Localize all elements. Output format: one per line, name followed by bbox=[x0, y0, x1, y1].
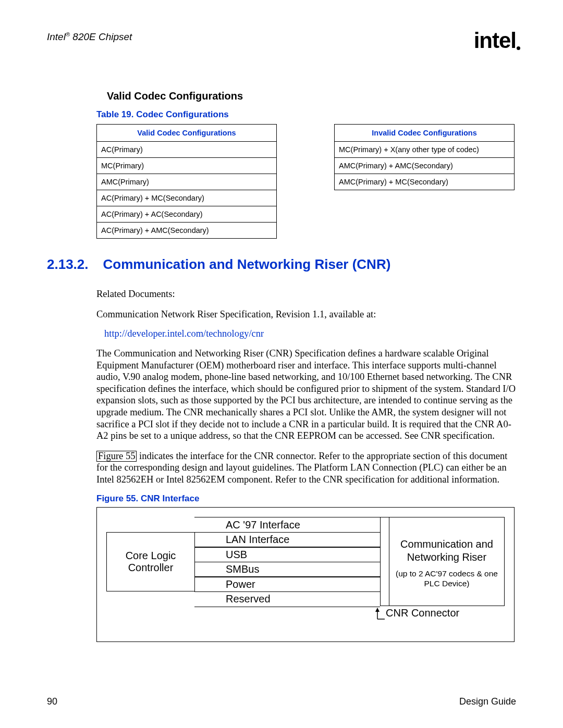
bus-row: USB bbox=[194, 547, 380, 562]
cnr-riser-subtitle: (up to 2 AC'97 codecs & one PLC Device) bbox=[395, 569, 499, 588]
table-row: AC(Primary) + AMC(Secondary) bbox=[97, 223, 277, 239]
spec-line: Communication Network Riser Specificatio… bbox=[96, 309, 516, 320]
section-title: Communication and Networking Riser (CNR) bbox=[103, 256, 391, 273]
related-documents-label: Related Documents: bbox=[96, 288, 516, 300]
section-number: 2.13.2. bbox=[47, 256, 89, 273]
svg-marker-1 bbox=[375, 608, 380, 612]
cnr-connector-pointer: CNR Connector bbox=[374, 607, 459, 620]
invalid-codec-table: Invalid Codec Configurations MC(Primary)… bbox=[334, 124, 515, 190]
registered-mark: ® bbox=[66, 31, 70, 38]
cnr-connector-label-row: CNR Connector bbox=[106, 608, 505, 629]
page-footer: 90 Design Guide bbox=[47, 696, 516, 707]
cnr-connector-label: CNR Connector bbox=[386, 607, 459, 619]
cnr-interface-figure: Core Logic Controller AC '97 Interface L… bbox=[96, 507, 515, 642]
bus-row: SMBus bbox=[194, 562, 380, 577]
valid-codec-table: Valid Codec Configurations AC(Primary) M… bbox=[96, 124, 277, 239]
core-logic-controller-box: Core Logic Controller bbox=[106, 532, 195, 591]
cnr-description-paragraph: The Communication and Networking Riser (… bbox=[96, 348, 516, 442]
section-heading: 2.13.2. Communication and Networking Ris… bbox=[47, 256, 516, 273]
arrow-up-icon bbox=[374, 608, 386, 620]
bus-row: Reserved bbox=[194, 591, 380, 607]
table-caption: Table 19. Codec Configurations bbox=[96, 109, 516, 120]
bus-row: Power bbox=[194, 576, 380, 592]
table-row: AMC(Primary) bbox=[97, 174, 277, 190]
para2-rest: indicates the interface for the CNR conn… bbox=[96, 451, 507, 485]
table-row: AMC(Primary) + MC(Secondary) bbox=[335, 174, 515, 190]
table-row: AMC(Primary) + AMC(Secondary) bbox=[335, 158, 515, 174]
table-row: MC(Primary) + X(any other type of codec) bbox=[335, 142, 515, 158]
cnr-connector-block bbox=[380, 517, 389, 606]
cnr-diagram: Core Logic Controller AC '97 Interface L… bbox=[106, 517, 505, 606]
cnr-riser-box: Communication and Networking Riser (up t… bbox=[389, 517, 505, 606]
chipset-title: Intel® 820E Chipset bbox=[47, 31, 132, 43]
page-header: Intel® 820E Chipset intel bbox=[47, 31, 516, 56]
invalid-codec-header: Invalid Codec Configurations bbox=[335, 125, 515, 142]
subsection-heading: Valid Codec Configurations bbox=[107, 90, 516, 102]
page-number: 90 bbox=[47, 696, 57, 707]
table-row: MC(Primary) bbox=[97, 158, 277, 174]
valid-codec-header: Valid Codec Configurations bbox=[97, 125, 277, 142]
figure-cross-reference[interactable]: Figure 55 bbox=[96, 451, 137, 462]
table-row: AC(Primary) bbox=[97, 142, 277, 158]
intel-logo-text: intel bbox=[474, 28, 516, 53]
doc-type-label: Design Guide bbox=[459, 696, 516, 707]
cnr-riser-title: Communication and Networking Riser bbox=[395, 538, 499, 564]
bus-row: AC '97 Interface bbox=[194, 517, 380, 533]
codec-tables: Valid Codec Configurations AC(Primary) M… bbox=[96, 124, 516, 239]
chipset-prefix: Intel bbox=[47, 31, 66, 42]
figure-reference-paragraph: Figure 55 indicates the interface for th… bbox=[96, 450, 516, 486]
table-row: AC(Primary) + AC(Secondary) bbox=[97, 206, 277, 223]
intel-logo-dot-icon bbox=[517, 46, 520, 50]
chipset-suffix: 820E Chipset bbox=[70, 31, 132, 42]
bus-row: LAN Interface bbox=[194, 532, 380, 548]
table-row: AC(Primary) + MC(Secondary) bbox=[97, 190, 277, 206]
cnr-url-link[interactable]: http://developer.intel.com/technology/cn… bbox=[104, 328, 516, 339]
intel-logo: intel bbox=[474, 28, 516, 53]
interface-bus-rows: AC '97 Interface LAN Interface USB SMBus… bbox=[194, 517, 380, 606]
figure-caption: Figure 55. CNR Interface bbox=[96, 493, 516, 504]
